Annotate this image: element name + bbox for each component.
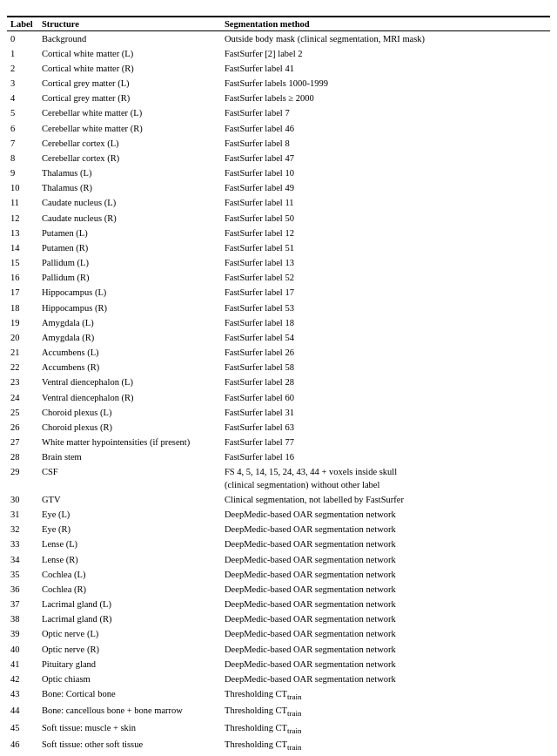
cell-method: FastSurfer label 16: [221, 450, 550, 465]
table-row: 12Caudate nucleus (R)FastSurfer label 50: [7, 211, 550, 226]
cell-structure: Hippocampus (R): [38, 300, 221, 315]
cell-structure: Pallidum (L): [38, 256, 221, 271]
cell-label: 32: [7, 523, 38, 537]
cell-method: Thresholding CTtrain: [221, 720, 550, 737]
cell-label: 14: [7, 240, 38, 255]
cell-label: 36: [7, 582, 38, 597]
cell-method: DeepMedic-based OAR segmentation network: [221, 672, 550, 686]
cell-structure: GTV: [38, 492, 221, 507]
cell-method: FastSurfer label 7: [221, 106, 550, 121]
cell-method: Thresholding CTtrain: [221, 687, 550, 704]
table-row: 9Thalamus (L)FastSurfer label 10: [7, 166, 550, 181]
cell-structure: Bone: Cortical bone: [38, 687, 221, 704]
cell-method: FastSurfer label 26: [221, 346, 550, 361]
cell-label: 26: [7, 420, 38, 435]
cell-method: DeepMedic-based OAR segmentation network: [221, 582, 550, 597]
cell-method: FastSurfer label 51: [221, 240, 550, 255]
cell-structure: White matter hypointensities (if present…: [38, 435, 221, 450]
table-row: 46Soft tissue: other soft tissueThreshol…: [7, 737, 550, 753]
table-row: 36Cochlea (R)DeepMedic-based OAR segment…: [7, 582, 550, 597]
cell-method: DeepMedic-based OAR segmentation network: [221, 508, 550, 523]
table-row: 14Putamen (R)FastSurfer label 51: [7, 240, 550, 255]
cell-label: 21: [7, 346, 38, 361]
cell-method: FastSurfer label 8: [221, 136, 550, 151]
cell-method: FastSurfer label 47: [221, 151, 550, 165]
cell-structure: Lacrimal gland (L): [38, 597, 221, 612]
cell-structure: Soft tissue: muscle + skin: [38, 720, 221, 737]
cell-structure: Accumbens (L): [38, 346, 221, 361]
cell-label: 2: [7, 61, 38, 76]
cell-method: FastSurfer label 13: [221, 256, 550, 271]
cell-structure: Putamen (L): [38, 226, 221, 240]
cell-label: 34: [7, 552, 38, 567]
cell-method: FastSurfer label 63: [221, 420, 550, 435]
cell-label: 28: [7, 450, 38, 465]
cell-structure: Pituitary gland: [38, 657, 221, 672]
cell-structure: Cochlea (L): [38, 567, 221, 582]
table-row: 32Eye (R)DeepMedic-based OAR segmentatio…: [7, 523, 550, 537]
table-row: 10Thalamus (R)FastSurfer label 49: [7, 181, 550, 196]
cell-label: 46: [7, 737, 38, 753]
cell-structure: Ventral diencephalon (L): [38, 375, 221, 390]
cell-structure: Amygdala (R): [38, 330, 221, 345]
cell-structure: Cortical white matter (R): [38, 61, 221, 76]
cell-method: FastSurfer label 52: [221, 271, 550, 286]
cell-structure: Cortical grey matter (L): [38, 77, 221, 91]
cell-method: DeepMedic-based OAR segmentation network: [221, 597, 550, 612]
cell-structure: Amygdala (L): [38, 315, 221, 330]
cell-method: DeepMedic-based OAR segmentation network: [221, 523, 550, 537]
table-row: 40Optic nerve (R)DeepMedic-based OAR seg…: [7, 642, 550, 657]
cell-structure: Thalamus (L): [38, 166, 221, 181]
table-row: 27White matter hypointensities (if prese…: [7, 435, 550, 450]
cell-label: 43: [7, 687, 38, 704]
cell-method: DeepMedic-based OAR segmentation network: [221, 612, 550, 627]
cell-label: 16: [7, 271, 38, 286]
cell-label: 9: [7, 166, 38, 181]
cell-label: 23: [7, 375, 38, 390]
cell-method: FastSurfer label 54: [221, 330, 550, 345]
cell-structure: Cerebellar cortex (R): [38, 151, 221, 165]
cell-method: FastSurfer label 41: [221, 61, 550, 76]
cell-label: 20: [7, 330, 38, 345]
cell-label: 33: [7, 537, 38, 552]
cell-label: 41: [7, 657, 38, 672]
cell-method: FastSurfer [2] label 2: [221, 46, 550, 61]
cell-label: 8: [7, 151, 38, 165]
cell-method: FastSurfer labels ≥ 2000: [221, 91, 550, 106]
cell-method: DeepMedic-based OAR segmentation network: [221, 642, 550, 657]
cell-structure: Hippocampus (L): [38, 286, 221, 300]
table-row: 44Bone: cancellous bone + bone marrowThr…: [7, 704, 550, 720]
cell-method: DeepMedic-based OAR segmentation network: [221, 657, 550, 672]
cell-structure: Putamen (R): [38, 240, 221, 255]
table-row: 33Lense (L)DeepMedic-based OAR segmentat…: [7, 537, 550, 552]
cell-label: 25: [7, 405, 38, 420]
cell-method: FastSurfer label 50: [221, 211, 550, 226]
cell-structure: Choroid plexus (L): [38, 405, 221, 420]
table-row: 43Bone: Cortical boneThresholding CTtrai…: [7, 687, 550, 704]
table-row: 25Choroid plexus (L)FastSurfer label 31: [7, 405, 550, 420]
table-row: 17Hippocampus (L)FastSurfer label 17: [7, 286, 550, 300]
cell-method: FS 4, 5, 14, 15, 24, 43, 44 + voxels ins…: [221, 465, 550, 492]
table-row: 20Amygdala (R)FastSurfer label 54: [7, 330, 550, 345]
cell-structure: Cochlea (R): [38, 582, 221, 597]
cell-structure: Accumbens (R): [38, 361, 221, 375]
cell-method: DeepMedic-based OAR segmentation network: [221, 552, 550, 567]
cell-label: 17: [7, 286, 38, 300]
cell-label: 10: [7, 181, 38, 196]
cell-label: 18: [7, 300, 38, 315]
cell-method: Thresholding CTtrain: [221, 737, 550, 753]
cell-structure: Soft tissue: other soft tissue: [38, 737, 221, 753]
cell-label: 12: [7, 211, 38, 226]
table-row: 41Pituitary glandDeepMedic-based OAR seg…: [7, 657, 550, 672]
cell-structure: Bone: cancellous bone + bone marrow: [38, 704, 221, 720]
cell-structure: Pallidum (R): [38, 271, 221, 286]
table-row: 29CSFFS 4, 5, 14, 15, 24, 43, 44 + voxel…: [7, 465, 550, 492]
cell-method: Clinical segmentation, not labelled by F…: [221, 492, 550, 507]
cell-method: Thresholding CTtrain: [221, 704, 550, 720]
table-row: 30GTVClinical segmentation, not labelled…: [7, 492, 550, 507]
cell-method: FastSurfer label 60: [221, 390, 550, 405]
cell-structure: Ventral diencephalon (R): [38, 390, 221, 405]
table-row: 24Ventral diencephalon (R)FastSurfer lab…: [7, 390, 550, 405]
cell-structure: Cortical white matter (L): [38, 46, 221, 61]
cell-label: 44: [7, 704, 38, 720]
